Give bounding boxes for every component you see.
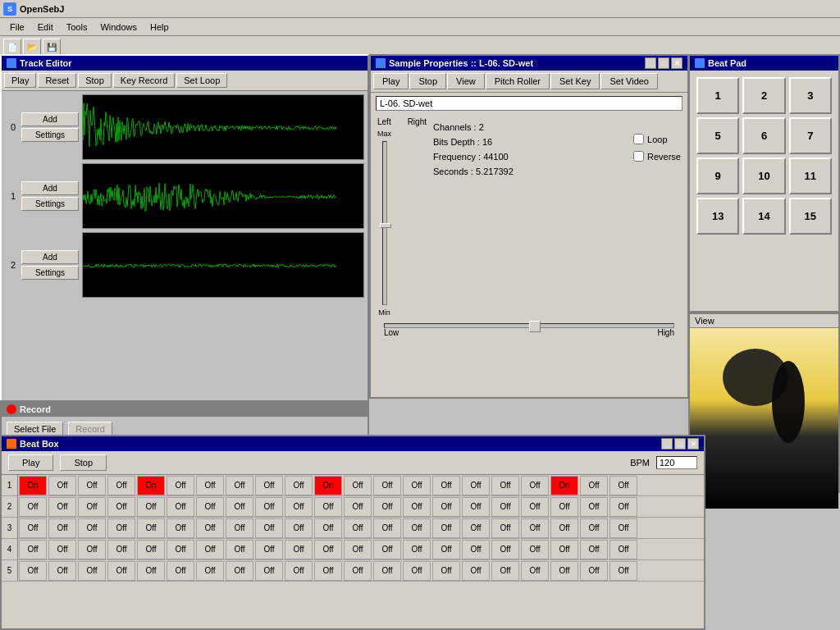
beat-cell-r4-c7[interactable]: Off <box>226 540 253 559</box>
track-2-add-btn[interactable]: Add <box>21 250 79 264</box>
beat-cell-r1-c2[interactable]: Off <box>78 476 106 495</box>
track-key-record-btn[interactable]: Key Record <box>113 73 175 88</box>
beat-cell-r5-c2[interactable]: Off <box>78 561 106 581</box>
loop-checkbox[interactable] <box>633 134 644 144</box>
beat-cell-r4-c11[interactable]: Off <box>344 540 372 559</box>
beat-cell-r4-c8[interactable]: Off <box>255 540 283 559</box>
beat-cell-r1-c6[interactable]: Off <box>196 476 224 495</box>
beat-cell-r5-c15[interactable]: Off <box>462 561 490 581</box>
beat-cell-r1-c19[interactable]: Off <box>580 476 608 495</box>
track-reset-btn[interactable]: Reset <box>38 73 76 88</box>
beat-cell-r4-c19[interactable]: Off <box>580 540 608 559</box>
beat-cell-r2-c17[interactable]: Off <box>521 497 549 517</box>
beat-cell-r1-c10[interactable]: On <box>314 476 342 495</box>
pad-btn-2[interactable]: 2 <box>742 77 785 114</box>
beat-cell-r4-c14[interactable]: Off <box>432 540 460 559</box>
beat-cell-r3-c15[interactable]: Off <box>462 518 490 538</box>
beat-cell-r4-c2[interactable]: Off <box>78 540 106 559</box>
beat-cell-r2-c9[interactable]: Off <box>285 497 313 517</box>
beat-cell-r2-c8[interactable]: Off <box>255 497 283 517</box>
freq-slider-track[interactable] <box>384 323 674 328</box>
minimize-btn[interactable]: _ <box>645 57 656 69</box>
beat-cell-r1-c4[interactable]: On <box>137 476 165 495</box>
beat-cell-r1-c12[interactable]: Off <box>373 476 401 495</box>
track-0-settings-btn[interactable]: Settings <box>21 128 79 142</box>
beat-cell-r5-c3[interactable]: Off <box>107 561 135 581</box>
beat-cell-r4-c12[interactable]: Off <box>373 540 401 559</box>
beat-cell-r2-c19[interactable]: Off <box>580 497 608 517</box>
beat-cell-r2-c7[interactable]: Off <box>226 497 253 517</box>
beat-cell-r1-c20[interactable]: Off <box>609 476 637 495</box>
beat-cell-r1-c7[interactable]: Off <box>226 476 253 495</box>
beat-cell-r5-c0[interactable]: Off <box>19 561 47 581</box>
beat-cell-r1-c18[interactable]: On <box>550 476 578 495</box>
beat-cell-r2-c13[interactable]: Off <box>403 497 431 517</box>
beat-cell-r3-c7[interactable]: Off <box>226 518 253 538</box>
beat-cell-r2-c18[interactable]: Off <box>550 497 578 517</box>
beat-cell-r3-c1[interactable]: Off <box>48 518 76 538</box>
pad-btn-1[interactable]: 1 <box>696 77 739 114</box>
beat-cell-r1-c16[interactable]: Off <box>491 476 519 495</box>
beat-cell-r5-c14[interactable]: Off <box>432 561 460 581</box>
sample-set-video-btn[interactable]: Set Video <box>600 73 658 89</box>
beat-cell-r1-c14[interactable]: Off <box>432 476 460 495</box>
sample-stop-btn[interactable]: Stop <box>409 73 446 89</box>
beat-cell-r5-c5[interactable]: Off <box>167 561 194 581</box>
freq-slider-thumb[interactable] <box>529 321 541 332</box>
beat-cell-r3-c13[interactable]: Off <box>403 518 431 538</box>
pan-slider-track[interactable] <box>382 141 387 305</box>
beat-cell-r3-c4[interactable]: Off <box>137 518 165 538</box>
sample-pitch-roller-btn[interactable]: Pitch Roller <box>486 73 550 89</box>
beat-cell-r1-c5[interactable]: Off <box>167 476 194 495</box>
track-set-loop-btn[interactable]: Set Loop <box>176 73 227 88</box>
beat-cell-r3-c2[interactable]: Off <box>78 518 106 538</box>
track-stop-btn[interactable]: Stop <box>78 73 112 88</box>
sample-play-btn[interactable]: Play <box>373 73 409 89</box>
beat-box-play-btn[interactable]: Play <box>8 454 53 471</box>
beat-cell-r5-c4[interactable]: Off <box>137 561 165 581</box>
beat-cell-r4-c16[interactable]: Off <box>491 540 519 559</box>
beat-cell-r3-c18[interactable]: Off <box>550 518 578 538</box>
bpm-input[interactable] <box>656 456 697 469</box>
beat-cell-r1-c9[interactable]: Off <box>285 476 313 495</box>
sample-name-input[interactable] <box>376 96 682 111</box>
beat-cell-r4-c5[interactable]: Off <box>167 540 194 559</box>
beat-cell-r2-c2[interactable]: Off <box>78 497 106 517</box>
beat-cell-r4-c15[interactable]: Off <box>462 540 490 559</box>
menu-tools[interactable]: Tools <box>60 21 94 34</box>
beat-cell-r4-c10[interactable]: Off <box>314 540 342 559</box>
beat-cell-r5-c8[interactable]: Off <box>255 561 283 581</box>
beat-cell-r2-c0[interactable]: Off <box>19 497 47 517</box>
beat-cell-r5-c7[interactable]: Off <box>226 561 253 581</box>
beat-cell-r3-c16[interactable]: Off <box>491 518 519 538</box>
beat-cell-r2-c12[interactable]: Off <box>373 497 401 517</box>
beat-cell-r2-c20[interactable]: Off <box>609 497 637 517</box>
beat-cell-r3-c8[interactable]: Off <box>255 518 283 538</box>
beat-cell-r5-c13[interactable]: Off <box>403 561 431 581</box>
beat-cell-r2-c11[interactable]: Off <box>344 497 372 517</box>
beat-cell-r3-c20[interactable]: Off <box>609 518 637 538</box>
beat-box-maximize-btn[interactable]: □ <box>674 438 686 450</box>
pad-btn-11[interactable]: 11 <box>789 158 832 194</box>
beat-cell-r1-c1[interactable]: Off <box>48 476 76 495</box>
sample-set-key-btn[interactable]: Set Key <box>550 73 600 89</box>
beat-cell-r4-c4[interactable]: Off <box>137 540 165 559</box>
beat-cell-r5-c19[interactable]: Off <box>580 561 608 581</box>
pan-slider-thumb[interactable] <box>380 223 391 228</box>
beat-cell-r3-c11[interactable]: Off <box>344 518 372 538</box>
beat-cell-r2-c5[interactable]: Off <box>167 497 194 517</box>
menu-help[interactable]: Help <box>144 21 176 34</box>
beat-cell-r4-c0[interactable]: Off <box>19 540 47 559</box>
beat-cell-r3-c10[interactable]: Off <box>314 518 342 538</box>
beat-cell-r3-c5[interactable]: Off <box>167 518 194 538</box>
beat-cell-r1-c8[interactable]: Off <box>255 476 283 495</box>
beat-cell-r1-c15[interactable]: Off <box>462 476 490 495</box>
track-2-settings-btn[interactable]: Settings <box>21 266 79 280</box>
beat-cell-r3-c0[interactable]: Off <box>19 518 47 538</box>
beat-cell-r5-c10[interactable]: Off <box>314 561 342 581</box>
beat-cell-r2-c1[interactable]: Off <box>48 497 76 517</box>
beat-cell-r4-c3[interactable]: Off <box>107 540 135 559</box>
pad-btn-13[interactable]: 13 <box>696 198 739 235</box>
beat-cell-r2-c15[interactable]: Off <box>462 497 490 517</box>
track-1-settings-btn[interactable]: Settings <box>21 197 79 211</box>
